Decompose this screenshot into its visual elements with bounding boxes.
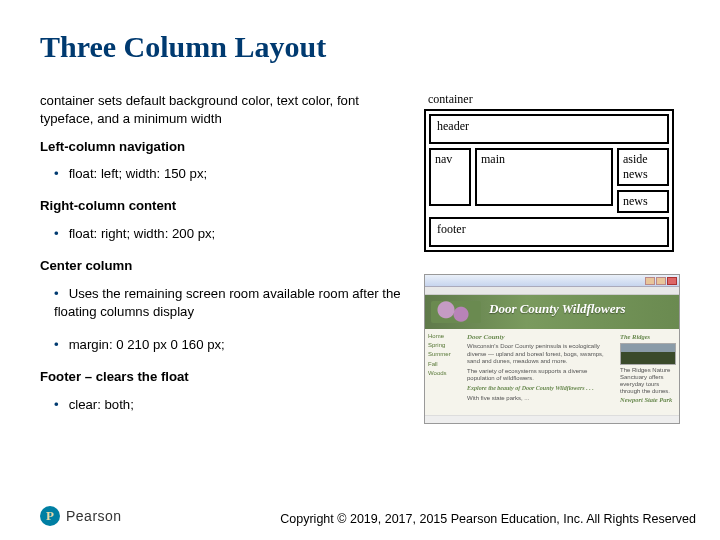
heading-left-nav: Left-column navigation — [40, 138, 408, 156]
wireframe-diagram: container header nav main asidenews news… — [424, 92, 680, 252]
main-p1: Wisconsin's Door County peninsula is eco… — [467, 343, 613, 365]
wireframe-nav: nav — [429, 148, 471, 206]
nav-item: Home — [428, 333, 460, 340]
aside-p1: The Ridges Nature Sanctuary offers every… — [620, 367, 676, 396]
main-heading: Door County — [467, 333, 613, 341]
heading-right-col: Right-column content — [40, 197, 408, 215]
content-row: container sets default background color,… — [40, 92, 680, 428]
aside-heading-2: Newport State Park — [620, 396, 676, 404]
browser-tabbar — [425, 287, 679, 295]
bullet-footer: clear: both; — [54, 394, 408, 420]
wireframe-aside: asidenews — [617, 148, 669, 186]
site-banner: Door County Wildflowers — [425, 295, 679, 329]
figures-column: container header nav main asidenews news… — [424, 92, 680, 428]
nav-item: Fall — [428, 361, 460, 368]
site-nav: Home Spring Summer Fall Woods — [425, 329, 463, 415]
bullet-center-1: Uses the remaining screen room available… — [54, 283, 408, 327]
nav-item: Woods — [428, 370, 460, 377]
slide-title: Three Column Layout — [40, 30, 680, 64]
site-main: Door County Wisconsin's Door County peni… — [463, 329, 617, 415]
intro-text: container sets default background color,… — [40, 92, 408, 128]
site-aside: The Ridges The Ridges Nature Sanctuary o… — [617, 329, 679, 415]
bullet-right-col: float: right; width: 200 px; — [54, 223, 408, 249]
heading-footer: Footer – clears the float — [40, 368, 408, 386]
wireframe-footer: footer — [429, 217, 669, 247]
pearson-logo-text: Pearson — [66, 508, 122, 524]
text-content: container sets default background color,… — [40, 92, 408, 428]
banner-title: Door County Wildflowers — [489, 301, 626, 317]
copyright-text: Copyright © 2019, 2017, 2015 Pearson Edu… — [280, 512, 696, 526]
window-max-icon — [656, 277, 666, 285]
heading-center: Center column — [40, 257, 408, 275]
site-footer — [425, 415, 679, 423]
window-titlebar — [425, 275, 679, 287]
wireframe-main: main — [475, 148, 613, 206]
main-heading-2: Explore the beauty of Door County Wildfl… — [467, 385, 613, 392]
wireframe-header: header — [429, 114, 669, 144]
pearson-logo: Pearson — [40, 506, 122, 526]
browser-screenshot: Door County Wildflowers Home Spring Summ… — [424, 274, 680, 424]
aside-heading-1: The Ridges — [620, 333, 676, 341]
wireframe-news-2: news — [617, 190, 669, 213]
window-min-icon — [645, 277, 655, 285]
bullet-center-2: margin: 0 210 px 0 160 px; — [54, 334, 408, 360]
nav-item: Summer — [428, 351, 460, 358]
main-p2: The variety of ecosystems supports a div… — [467, 368, 613, 382]
nav-item: Spring — [428, 342, 460, 349]
bullet-left-nav: float: left; width: 150 px; — [54, 163, 408, 189]
aside-image — [620, 343, 676, 365]
window-close-icon — [667, 277, 677, 285]
main-list: With five state parks, ... — [467, 395, 613, 402]
wireframe-container-label: container — [428, 92, 680, 107]
pearson-logo-icon — [40, 506, 60, 526]
slide-footer: Pearson Copyright © 2019, 2017, 2015 Pea… — [40, 506, 696, 526]
